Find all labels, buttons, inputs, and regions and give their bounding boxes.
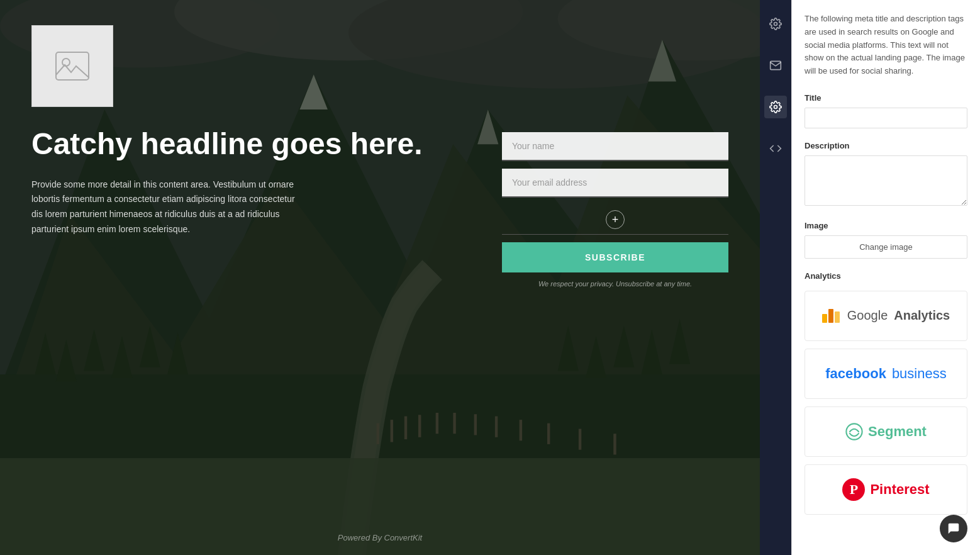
segment-card[interactable]: Segment [805,406,967,457]
panel-description: The following meta title and description… [805,13,967,78]
form-area: + SUBSCRIBE We respect your privacy. Uns… [502,132,728,288]
image-placeholder-icon [53,47,91,85]
svg-point-39 [846,423,862,439]
sidebar-item-mail[interactable] [764,54,787,77]
google-analytics-logo: Google Analytics [822,308,950,323]
mail-icon [769,59,782,72]
chat-bubble-button[interactable] [940,515,967,542]
sidebar-item-integrations[interactable] [764,96,787,118]
pinterest-logo: P Pinterest [842,478,929,501]
analytics-cards: Google Analytics facebook business [805,291,967,515]
title-field-group: Title [805,93,967,128]
logo-placeholder[interactable] [31,25,113,107]
subscribe-button[interactable]: SUBSCRIBE [502,242,728,272]
panel-content: The following meta title and description… [792,0,980,540]
pinterest-card[interactable]: P Pinterest [805,464,967,515]
svg-point-36 [62,59,70,66]
google-analytics-card[interactable]: Google Analytics [805,291,967,341]
facebook-business-card[interactable]: facebook business [805,349,967,399]
change-image-button[interactable]: Change image [805,235,967,259]
analytics-label: Analytics [805,271,967,281]
facebook-business-logo: facebook business [825,366,946,382]
code-icon [769,142,782,155]
segment-icon [845,423,863,440]
add-field-row: + [502,205,728,235]
name-input[interactable] [502,132,728,161]
integrations-icon [769,101,782,113]
title-label: Title [805,93,967,103]
pinterest-p-icon: P [842,478,865,501]
headline: Catchy headline goes here. [31,126,477,162]
svg-point-38 [774,106,777,109]
body-text: Provide some more detail in this content… [31,177,296,237]
sidebar-item-code[interactable] [764,137,787,160]
left-content: Catchy headline goes here. Provide some … [31,126,477,237]
segment-logo: Segment [845,423,927,440]
image-field-group: Image Change image [805,221,967,259]
settings-icon [769,18,782,30]
email-input[interactable] [502,169,728,198]
svg-point-37 [774,23,777,26]
description-field-group: Description [805,141,967,208]
chat-icon [947,522,961,535]
meta-description-input[interactable] [805,155,967,206]
add-field-button[interactable]: + [606,210,625,229]
analytics-field-group: Analytics Google Analytics [805,271,967,515]
powered-by: Powered By ConvertKit [338,533,422,542]
image-label: Image [805,221,967,230]
meta-title-input[interactable] [805,108,967,128]
description-label: Description [805,141,967,150]
right-panel: The following meta title and description… [791,0,980,555]
main-content: Catchy headline goes here. Provide some … [31,126,728,530]
svg-rect-35 [56,52,89,80]
privacy-text: We respect your privacy. Unsubscribe at … [502,280,728,288]
landing-content: Catchy headline goes here. Provide some … [0,0,760,555]
landing-page: Catchy headline goes here. Provide some … [0,0,760,555]
ga-bars-icon [822,309,840,323]
sidebar-item-settings[interactable] [764,13,787,35]
sidebar-icon-bar [760,0,791,555]
